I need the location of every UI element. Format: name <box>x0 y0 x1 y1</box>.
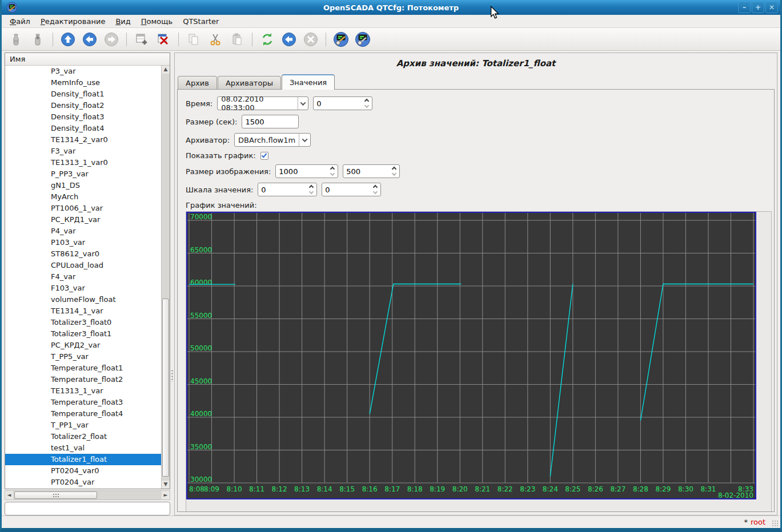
stop-button[interactable] <box>301 30 320 49</box>
tree-filter-input[interactable] <box>5 502 170 515</box>
delete-item-button[interactable] <box>154 30 173 49</box>
copy-button[interactable] <box>184 30 203 49</box>
refresh-button[interactable] <box>258 30 277 49</box>
load-button[interactable] <box>6 30 26 49</box>
tree-item[interactable]: volumeFlow_float <box>5 294 161 305</box>
show-graph-checkbox[interactable] <box>260 152 268 160</box>
toolbar-separator <box>178 33 179 46</box>
save-button[interactable] <box>28 30 47 49</box>
tree-item[interactable]: TE1314_2_var0 <box>5 134 161 146</box>
tree-item[interactable]: TE1313_1_var0 <box>5 157 161 168</box>
tree-item[interactable]: Totalizer1_float <box>5 454 161 465</box>
tree-item[interactable]: CPULoad_load <box>5 260 161 271</box>
show-graph-label: Показать график: <box>186 151 256 160</box>
tree-item[interactable]: ST8612_var0 <box>5 248 161 260</box>
vertical-scroll-thumb[interactable] <box>162 299 169 477</box>
tree-item[interactable]: Density_float1 <box>5 88 161 100</box>
menu-edit[interactable]: Редактирование <box>36 16 110 27</box>
spin-arrows-icon[interactable] <box>362 97 371 110</box>
tree-item[interactable]: Density_float2 <box>5 100 161 111</box>
scale-min-spinbox[interactable] <box>258 183 317 196</box>
forward-button[interactable] <box>102 30 121 49</box>
openscada-tools-button[interactable] <box>353 30 372 49</box>
tree-item[interactable]: Temperature_float4 <box>5 408 161 420</box>
menu-view[interactable]: Вид <box>111 16 135 27</box>
tree-vertical-scrollbar[interactable]: ▲ ▼ <box>161 66 170 489</box>
chevron-down-icon[interactable] <box>299 134 310 146</box>
tree-item[interactable]: PT0204_var <box>5 477 161 488</box>
tree-item[interactable]: F4_var <box>5 271 161 283</box>
tree-item[interactable]: PT1006_1_var <box>5 203 161 214</box>
tree-item[interactable]: Totalizer3_float1 <box>5 328 161 340</box>
scroll-right-icon[interactable]: ► <box>162 491 170 499</box>
image-width-input[interactable] <box>276 165 327 178</box>
panel-splitter[interactable] <box>170 53 174 515</box>
tree-item[interactable]: TE1314_1_var <box>5 305 161 317</box>
tab-values[interactable]: Значения <box>282 74 335 90</box>
tree-item[interactable]: Totalizer3_float0 <box>5 317 161 328</box>
resize-grip-icon[interactable] <box>772 520 779 527</box>
svg-text:65000: 65000 <box>190 246 212 254</box>
tree-item[interactable]: test1_val <box>5 442 161 454</box>
cut-button[interactable] <box>206 30 225 49</box>
tree-item[interactable]: T_PP5_var <box>5 351 161 362</box>
menu-qtstarter[interactable]: QTStarter <box>178 16 223 27</box>
tree-item[interactable]: P4_var <box>5 225 161 237</box>
time-combobox[interactable]: 08.02.2010 08:33:00 <box>217 96 308 110</box>
tree-item[interactable]: PT0204_var0 <box>5 465 161 477</box>
chevron-down-icon[interactable] <box>298 97 308 110</box>
forward-arrow-icon <box>104 32 119 47</box>
tree-item[interactable]: Temperature_float2 <box>5 374 161 385</box>
time-usec-input[interactable] <box>314 97 362 110</box>
image-height-input[interactable] <box>343 165 389 178</box>
tree-item[interactable]: P_PP3_var <box>5 168 161 180</box>
image-width-spinbox[interactable] <box>275 164 338 178</box>
openscada-config-button[interactable] <box>331 30 351 49</box>
tree-item[interactable]: Totalizer2_float <box>5 431 161 442</box>
tree-item[interactable]: MemInfo_use <box>5 77 161 88</box>
close-button[interactable]: ✕ <box>765 2 778 13</box>
tree-item[interactable]: PC_КРД1_var <box>5 214 161 225</box>
tree-item[interactable]: P103_var <box>5 237 161 248</box>
scale-min-input[interactable] <box>258 183 306 196</box>
tree-item[interactable]: T_PP1_var <box>5 420 161 431</box>
up-button[interactable] <box>58 30 78 49</box>
tree-item[interactable]: Temperature_float3 <box>5 397 161 408</box>
archiver-combobox[interactable]: DBArch.flow1m <box>234 133 311 147</box>
tree-item[interactable]: F103_var <box>5 283 161 294</box>
tree-item[interactable]: PC_КРД2_var <box>5 340 161 351</box>
svg-text:8:22: 8:22 <box>498 485 513 493</box>
tree-item[interactable]: MyArch <box>5 191 161 203</box>
minimize-button[interactable]: – <box>738 2 751 13</box>
maximize-button[interactable]: + <box>752 2 764 13</box>
spin-arrows-icon[interactable] <box>389 165 399 178</box>
menu-help[interactable]: Помощь <box>137 16 177 27</box>
tree-item[interactable]: Density_float3 <box>5 111 161 123</box>
horizontal-scroll-thumb[interactable] <box>14 491 97 499</box>
scale-max-spinbox[interactable] <box>322 183 381 196</box>
scroll-up-icon[interactable]: ▲ <box>162 66 170 74</box>
tree-item[interactable]: Temperature_float1 <box>5 362 161 374</box>
image-height-spinbox[interactable] <box>343 164 400 178</box>
size-input[interactable] <box>242 115 299 128</box>
spin-arrows-icon[interactable] <box>306 183 316 196</box>
tab-archive[interactable]: Архив <box>178 76 217 90</box>
time-usec-spinbox[interactable] <box>313 96 372 110</box>
add-item-button[interactable] <box>132 30 151 49</box>
scroll-down-icon[interactable]: ▼ <box>162 481 170 489</box>
tree-item[interactable]: F3_var <box>5 146 161 157</box>
tree-item[interactable]: TE1313_1_var <box>5 385 161 397</box>
scale-max-input[interactable] <box>322 183 370 196</box>
tree-item[interactable]: gN1_DS <box>5 180 161 191</box>
tree-horizontal-scrollbar[interactable]: ◄ ► <box>5 490 170 500</box>
paste-button[interactable] <box>227 30 247 49</box>
menu-file[interactable]: Файл <box>5 16 35 27</box>
start-button[interactable] <box>279 30 299 49</box>
tree-item[interactable]: Density_float4 <box>5 123 161 134</box>
back-button[interactable] <box>80 30 99 49</box>
spin-arrows-icon[interactable] <box>327 165 337 178</box>
tab-archivers[interactable]: Архиваторы <box>218 76 281 90</box>
tree-item[interactable]: P3_var <box>5 66 161 77</box>
spin-arrows-icon[interactable] <box>370 183 380 196</box>
scroll-left-icon[interactable]: ◄ <box>5 491 13 499</box>
